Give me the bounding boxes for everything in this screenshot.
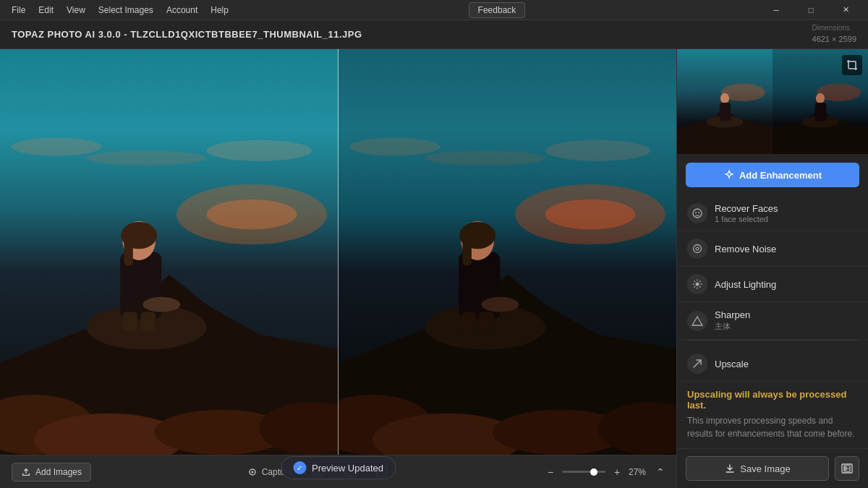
svg-rect-15 (124, 236, 132, 266)
upscale-icon (687, 354, 707, 374)
svg-point-5 (207, 140, 312, 161)
sparkle-icon (723, 169, 735, 181)
upscale-warning-title: Upscaling will always be processed last. (687, 389, 858, 411)
svg-point-22 (349, 138, 440, 156)
svg-rect-37 (479, 312, 494, 331)
minimize-button[interactable]: ─ (760, 0, 793, 20)
capture-icon (247, 466, 258, 478)
zoom-plus-button[interactable]: + (610, 465, 624, 479)
zoom-percent-display: 27% (629, 467, 650, 477)
menu-bar: File Edit View Select Images Account Hel… (6, 4, 234, 17)
sharpen-item[interactable]: Sharpen 主体 (677, 302, 868, 340)
recover-faces-item[interactable]: Recover Faces 1 face selected (677, 196, 868, 231)
left-tools: Add Images (12, 463, 91, 481)
upscale-item[interactable]: Upscale (687, 354, 858, 374)
svg-line-69 (699, 281, 701, 283)
svg-point-2 (207, 200, 297, 230)
svg-point-57 (693, 209, 702, 218)
upscale-name: Upscale (715, 359, 858, 369)
recover-faces-text: Recover Faces 1 face selected (715, 203, 858, 223)
svg-point-3 (12, 138, 102, 156)
toast-label: Preview Updated (312, 463, 383, 474)
compare-container (0, 49, 676, 455)
save-icon (724, 463, 736, 474)
save-image-button[interactable]: Save Image (686, 456, 829, 481)
app-title-bar: TOPAZ PHOTO AI 3.0.0 - TLZCLLD1QXICTBTBB… (0, 20, 868, 49)
remove-noise-text: Remove Noise (715, 244, 858, 254)
remove-noise-icon (687, 239, 707, 259)
crop-button[interactable] (842, 55, 862, 75)
main-layout: ✓ Preview Updated Add Images (0, 49, 868, 488)
svg-rect-18 (140, 312, 156, 331)
svg-point-35 (481, 297, 519, 312)
svg-point-49 (720, 93, 729, 103)
svg-rect-56 (815, 103, 826, 121)
maximize-button[interactable]: □ (794, 0, 827, 20)
upload-icon (21, 467, 31, 477)
adjust-lighting-name: Adjust Lighting (715, 279, 858, 290)
crop-icon (846, 59, 858, 71)
svg-point-21 (545, 200, 635, 230)
svg-point-60 (694, 245, 702, 253)
face-icon (692, 207, 703, 219)
recover-faces-name: Recover Faces (715, 203, 858, 214)
toast-check-icon: ✓ (293, 461, 306, 474)
sharpen-text: Sharpen 主体 (715, 309, 858, 332)
noise-icon (692, 243, 703, 254)
upscale-text: Upscale (715, 359, 858, 369)
menu-view[interactable]: View (61, 4, 91, 17)
svg-point-23 (425, 150, 545, 166)
right-panel: Add Enhancement Recover Faces 1 face sel… (676, 49, 868, 488)
zoom-minus-button[interactable]: − (543, 465, 558, 479)
upscale-note: Upscaling will always be processed last.… (677, 382, 868, 448)
sharpen-sub: 主体 (715, 321, 858, 332)
adjust-lighting-icon (687, 274, 707, 294)
before-panel (0, 49, 339, 455)
remove-noise-item[interactable]: Remove Noise (677, 231, 868, 267)
svg-rect-50 (720, 103, 731, 121)
svg-marker-71 (692, 317, 702, 325)
svg-rect-36 (461, 312, 476, 331)
add-enhancement-button[interactable]: Add Enhancement (686, 163, 859, 187)
svg-line-68 (699, 286, 701, 288)
zoom-track[interactable] (562, 471, 605, 473)
save-image-label: Save Image (740, 463, 790, 474)
preview-toast: ✓ Preview Updated (281, 456, 396, 479)
svg-point-16 (142, 297, 180, 312)
add-images-label: Add Images (35, 467, 82, 477)
feedback-button[interactable]: Feedback (469, 2, 526, 18)
menu-select-images[interactable]: Select Images (93, 4, 159, 17)
right-tools: − + 27% ⌃ (543, 465, 665, 479)
menu-edit[interactable]: Edit (33, 4, 59, 17)
adjust-lighting-item[interactable]: Adjust Lighting (677, 267, 868, 302)
zoom-thumb[interactable] (590, 468, 597, 476)
upscale-arrow-icon (692, 358, 703, 369)
expand-button[interactable]: ⌃ (656, 466, 665, 478)
svg-rect-17 (122, 312, 137, 331)
thumbnail-area (677, 49, 868, 154)
title-bar: File Edit View Select Images Account Hel… (0, 0, 868, 20)
save-options-button[interactable] (835, 456, 859, 481)
svg-rect-34 (462, 236, 471, 266)
add-images-button[interactable]: Add Images (12, 463, 91, 481)
svg-point-61 (696, 247, 699, 250)
svg-point-24 (545, 140, 650, 161)
svg-line-70 (694, 286, 696, 288)
svg-point-4 (86, 150, 206, 166)
svg-point-62 (696, 283, 699, 286)
save-area: Save Image (677, 448, 868, 488)
dimensions-label: Dimensions (812, 24, 856, 32)
triangle-icon (692, 315, 703, 327)
remove-noise-name: Remove Noise (715, 244, 858, 254)
recover-faces-sub: 1 face selected (715, 215, 858, 223)
close-button[interactable]: ✕ (829, 0, 862, 20)
menu-account[interactable]: Account (161, 4, 203, 17)
dimensions-block: Dimensions 4621 × 2599 (812, 24, 856, 45)
enhancements-section: Add Enhancement Recover Faces 1 face sel… (677, 154, 868, 448)
app-title: TOPAZ PHOTO AI 3.0.0 - TLZCLLD1QXICTBTBB… (12, 29, 362, 40)
after-panel (339, 49, 677, 455)
menu-help[interactable]: Help (205, 4, 234, 17)
window-controls: ─ □ ✕ (760, 0, 862, 20)
recover-faces-icon (687, 203, 707, 223)
menu-file[interactable]: File (6, 4, 31, 17)
